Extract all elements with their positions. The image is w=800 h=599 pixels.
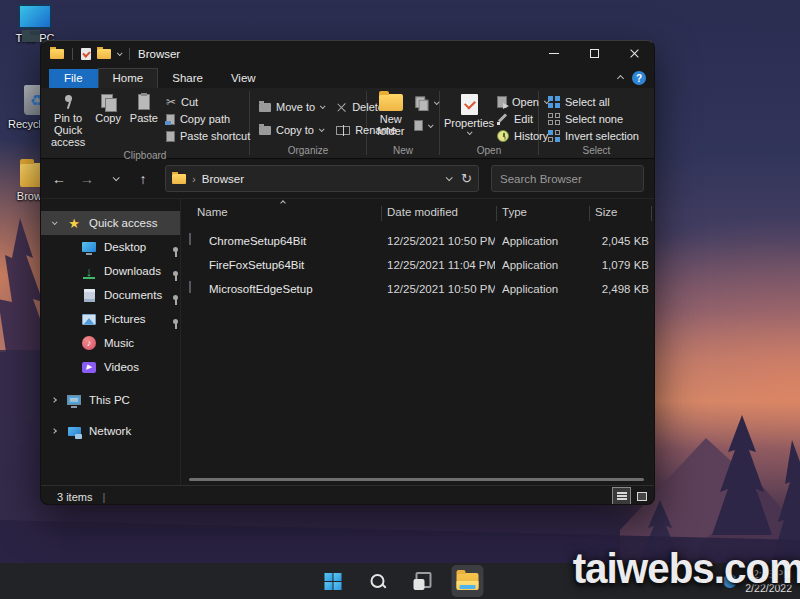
music-icon: ♪ bbox=[81, 335, 97, 351]
up-icon: ↑ bbox=[140, 171, 147, 187]
back-button[interactable]: ← bbox=[47, 167, 71, 191]
tab-home[interactable]: Home bbox=[98, 68, 159, 88]
address-bar[interactable]: › Browser ↻ bbox=[165, 165, 479, 192]
cut-button[interactable]: ✂ Cut bbox=[163, 95, 253, 109]
quick-access-toolbar bbox=[50, 48, 132, 60]
address-dropdown-icon[interactable] bbox=[446, 174, 453, 181]
sidebar-item-music[interactable]: ♪ Music bbox=[41, 331, 181, 355]
sidebar-item-quick-access[interactable]: ★ Quick access bbox=[41, 211, 181, 235]
file-date: 12/25/2021 11:04 PM bbox=[387, 259, 495, 271]
pc-icon bbox=[66, 392, 82, 408]
details-view-icon bbox=[617, 492, 627, 501]
move-to-icon bbox=[259, 103, 271, 112]
move-to-button[interactable]: Move to bbox=[256, 100, 327, 114]
column-header-name[interactable]: Name bbox=[197, 206, 228, 218]
file-explorer-taskbar-button[interactable] bbox=[452, 565, 484, 597]
desktop-screen: This PC ♻ Recycle Bin Browser Browser bbox=[0, 0, 800, 599]
horizontal-scrollbar[interactable] bbox=[189, 478, 644, 481]
chevron-right-icon[interactable] bbox=[51, 428, 57, 434]
desktop-icon-this-pc[interactable]: This PC bbox=[2, 4, 68, 44]
group-label: New bbox=[367, 145, 439, 158]
select-all-button[interactable]: Select all bbox=[545, 95, 642, 109]
pin-icon bbox=[61, 94, 75, 110]
minimize-icon bbox=[549, 53, 559, 54]
task-view-button[interactable] bbox=[407, 565, 439, 597]
recent-locations-button[interactable] bbox=[103, 167, 127, 191]
tab-share[interactable]: Share bbox=[158, 69, 217, 88]
windows-logo-icon bbox=[324, 573, 341, 590]
details-view-button[interactable] bbox=[613, 488, 630, 505]
minimize-button[interactable] bbox=[534, 41, 574, 66]
sidebar-item-desktop[interactable]: Desktop bbox=[41, 235, 181, 259]
select-none-button[interactable]: Select none bbox=[545, 112, 642, 126]
chevron-down-icon[interactable] bbox=[52, 219, 58, 225]
copy-path-button[interactable]: Copy path bbox=[163, 112, 253, 126]
properties-button[interactable]: Properties bbox=[446, 92, 492, 137]
refresh-icon[interactable]: ↻ bbox=[461, 171, 472, 186]
sidebar-item-documents[interactable]: Documents bbox=[41, 283, 181, 307]
pin-to-quick-access-button[interactable]: Pin to Quick access bbox=[47, 92, 89, 150]
file-name: FireFoxSetup64Bit bbox=[209, 259, 379, 271]
new-item-button[interactable] bbox=[411, 94, 441, 112]
ribbon-group-new: New folder New bbox=[367, 88, 439, 158]
maximize-button[interactable] bbox=[574, 41, 614, 66]
up-button[interactable]: ↑ bbox=[131, 167, 155, 191]
breadcrumb-location[interactable]: Browser bbox=[202, 173, 244, 185]
desktop-icon bbox=[81, 239, 97, 255]
search-icon bbox=[369, 573, 386, 590]
easy-access-button[interactable] bbox=[411, 119, 441, 132]
network-icon bbox=[66, 423, 82, 439]
item-count: 3 items bbox=[57, 491, 92, 503]
file-size: 1,079 KB bbox=[589, 259, 649, 271]
copy-icon bbox=[101, 94, 116, 110]
group-label: Clipboard bbox=[41, 150, 249, 163]
file-row-chrome-setup[interactable]: ChromeSetup64Bit 12/25/2021 10:50 PM App… bbox=[181, 229, 649, 253]
paste-shortcut-button[interactable]: Paste shortcut bbox=[163, 129, 253, 143]
new-folder-button[interactable]: New folder bbox=[373, 92, 409, 139]
file-row-edge-setup[interactable]: MicrosoftEdgeSetup 12/25/2021 10:50 PM A… bbox=[181, 277, 649, 301]
column-headers: Name Date modified Type Size bbox=[181, 204, 649, 223]
column-header-date-modified[interactable]: Date modified bbox=[387, 206, 458, 218]
address-folder-icon bbox=[172, 174, 186, 184]
large-icons-view-icon bbox=[637, 492, 647, 501]
invert-selection-button[interactable]: Invert selection bbox=[545, 129, 642, 143]
help-button[interactable]: ? bbox=[632, 71, 646, 85]
title-bar: Browser bbox=[41, 41, 654, 66]
sidebar-item-downloads[interactable]: ↓ Downloads bbox=[41, 259, 181, 283]
sidebar-item-pictures[interactable]: Pictures bbox=[41, 307, 181, 331]
sidebar-item-this-pc[interactable]: This PC bbox=[41, 388, 181, 412]
documents-icon bbox=[81, 287, 97, 303]
window-title: Browser bbox=[138, 48, 180, 60]
sidebar-item-network[interactable]: Network bbox=[41, 419, 181, 443]
navigation-pane: ★ Quick access Desktop ↓ Downloads Docum… bbox=[41, 199, 181, 485]
tab-file[interactable]: File bbox=[49, 69, 98, 88]
column-header-type[interactable]: Type bbox=[502, 206, 527, 218]
column-header-size[interactable]: Size bbox=[595, 206, 617, 218]
copy-button[interactable]: Copy bbox=[91, 92, 125, 126]
copy-to-button[interactable]: Copy to bbox=[256, 123, 327, 137]
sidebar-item-videos[interactable]: ▶ Videos bbox=[41, 355, 181, 379]
file-name: MicrosoftEdgeSetup bbox=[209, 283, 379, 295]
file-row-firefox-setup[interactable]: FireFoxSetup64Bit 12/25/2021 11:04 PM Ap… bbox=[181, 253, 649, 277]
collapse-ribbon-icon[interactable] bbox=[617, 74, 624, 81]
search-box[interactable] bbox=[491, 165, 644, 192]
file-date: 12/25/2021 10:50 PM bbox=[387, 283, 495, 295]
search-input[interactable] bbox=[500, 173, 654, 185]
forward-button[interactable]: → bbox=[75, 167, 99, 191]
qat-customize-chevron-icon[interactable] bbox=[117, 50, 123, 56]
new-item-icon bbox=[415, 97, 427, 110]
file-type: Application bbox=[502, 259, 587, 271]
file-explorer-icon bbox=[457, 573, 479, 590]
taskbar-search-button[interactable] bbox=[362, 565, 394, 597]
watermark-text: taiwebs.com bbox=[573, 545, 800, 593]
start-button[interactable] bbox=[317, 565, 349, 597]
ribbon-group-clipboard: Pin to Quick access Copy Paste ✂ Cut bbox=[41, 88, 249, 158]
qat-properties-icon[interactable] bbox=[81, 48, 91, 60]
qat-new-folder-icon[interactable] bbox=[97, 49, 111, 59]
tab-view[interactable]: View bbox=[217, 69, 270, 88]
close-button[interactable] bbox=[614, 41, 654, 66]
large-icons-view-button[interactable] bbox=[633, 488, 650, 505]
file-size: 2,498 KB bbox=[589, 283, 649, 295]
chevron-right-icon[interactable] bbox=[51, 397, 57, 403]
paste-button[interactable]: Paste bbox=[127, 92, 161, 126]
